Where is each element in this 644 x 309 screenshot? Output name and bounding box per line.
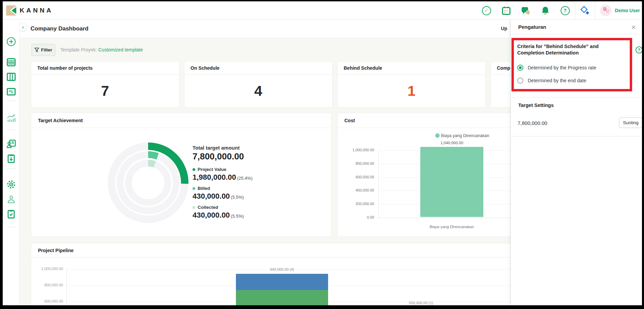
sidebar-divider bbox=[6, 169, 16, 169]
project-value-pct: (25.4%) bbox=[237, 176, 253, 181]
radio-button-icon bbox=[517, 78, 523, 84]
stat-card-completed-clipped: Compl bbox=[490, 61, 510, 108]
stat-card-title: Behind Schedule bbox=[338, 62, 485, 75]
question-glyph: ? bbox=[561, 6, 570, 15]
main-content: Company Dashboard Up › Filter Template P… bbox=[20, 20, 510, 305]
project-list-icon[interactable] bbox=[3, 56, 20, 69]
stat-card-title: Compl bbox=[491, 62, 510, 75]
target-stats: Total target amount 7,800,000.00 Project… bbox=[193, 145, 328, 221]
target-donut-chart bbox=[107, 142, 189, 223]
pipeline-bar2-value-label: 500,000.00 (1) bbox=[387, 301, 455, 305]
brand-name: KANNA bbox=[20, 7, 53, 14]
filter-button-label: Filter bbox=[41, 47, 52, 52]
app-window: KANNA ✓ bbox=[3, 1, 642, 305]
worker-report-icon[interactable] bbox=[3, 137, 20, 150]
panel-title: Pengaturan bbox=[511, 20, 642, 35]
card-title: Target Achievement bbox=[31, 113, 331, 128]
add-circle-icon[interactable] bbox=[3, 35, 20, 48]
clipboard-import-icon[interactable] bbox=[3, 152, 20, 165]
panel-divider bbox=[511, 136, 642, 136]
project-value-amount: 1,980,000.00(25.4%) bbox=[193, 173, 328, 183]
sidebar-divider bbox=[6, 227, 16, 227]
calendar-icon[interactable] bbox=[496, 1, 516, 20]
pipeline-bar-value-label: 940,000.00 (4) bbox=[236, 267, 328, 271]
stat-card-title: Total number of projects bbox=[31, 62, 179, 75]
notification-bell-icon[interactable] bbox=[536, 1, 555, 20]
sidebar-divider bbox=[6, 130, 16, 130]
filter-button[interactable]: Filter bbox=[32, 44, 55, 56]
stat-card-value: 4 bbox=[184, 75, 332, 107]
collected-pct: (5.5%) bbox=[231, 214, 244, 219]
y-axis-tick: 600,000.00 bbox=[338, 175, 374, 179]
y-axis-line bbox=[66, 269, 67, 305]
y-axis-line bbox=[378, 150, 379, 218]
stat-card-value: 1 bbox=[338, 75, 485, 107]
target-achievement-card: Target Achievement Total target amount 7… bbox=[31, 113, 331, 237]
pipeline-bar bbox=[236, 274, 328, 305]
cost-card: Cost Biaya yang Direncanakan 1,000,000.0… bbox=[337, 113, 510, 237]
kanban-board-icon[interactable] bbox=[3, 70, 20, 83]
user-name[interactable]: Demo User bbox=[615, 8, 640, 13]
cost-legend: Biaya yang Direncanakan bbox=[338, 133, 510, 138]
card-title: Cost bbox=[338, 113, 510, 128]
panel-divider bbox=[511, 97, 642, 97]
y-axis-tick: 800,000.00 bbox=[338, 161, 374, 165]
billed-pct: (5.5%) bbox=[231, 195, 244, 200]
radio-progress-rate[interactable]: Determined by the Progress rate bbox=[517, 65, 596, 71]
cost-x-category-label: Biaya yang Direncanakan bbox=[403, 225, 500, 229]
note-card-icon[interactable] bbox=[3, 85, 20, 98]
annotation-highlight-box: Criteria for ”Behind Schedule” and Compl… bbox=[511, 38, 632, 91]
total-target-value: 7,800,000.00 bbox=[193, 151, 328, 162]
settings-gear-icon[interactable] bbox=[3, 178, 20, 191]
sidebar-divider bbox=[6, 101, 16, 101]
chat-icon[interactable] bbox=[516, 1, 536, 20]
stat-card-value: 7 bbox=[31, 75, 179, 107]
ai-sparkle-icon[interactable] bbox=[575, 1, 595, 20]
kanna-logo-icon bbox=[6, 5, 16, 16]
user-avatar[interactable]: D U bbox=[600, 5, 611, 16]
cost-legend-dot-1 bbox=[435, 133, 440, 138]
close-icon[interactable]: ✕ bbox=[630, 24, 637, 31]
top-bar: KANNA ✓ bbox=[3, 1, 642, 20]
legend-item-billed: Billed bbox=[193, 185, 328, 192]
template-project-value[interactable]: Customized template bbox=[98, 47, 143, 52]
y-axis-tick: 1,000,000.00 bbox=[338, 148, 374, 152]
y-axis-tick: 400,000.00 bbox=[338, 188, 374, 192]
radio-button-icon bbox=[517, 65, 523, 71]
analytics-chart-icon[interactable] bbox=[3, 112, 20, 125]
target-settings-value: 7,800,000.00 bbox=[518, 120, 547, 126]
legend-dot bbox=[193, 168, 195, 171]
radio-label: Determined by the end date bbox=[528, 78, 586, 83]
target-settings-heading: Target Settings bbox=[518, 103, 554, 108]
y-axis-tick: 800,000.00 bbox=[33, 283, 63, 287]
clipboard-check-icon[interactable] bbox=[3, 208, 20, 221]
check-circle-icon[interactable]: ✓ bbox=[477, 1, 496, 20]
cost-legend-label-1: Biaya yang Direncanakan bbox=[441, 133, 489, 138]
y-axis-tick: 600,000.00 bbox=[33, 299, 63, 303]
radio-end-date[interactable]: Determined by the end date bbox=[517, 78, 586, 84]
x-axis-line bbox=[378, 218, 510, 218]
legend-item-collected: Collected bbox=[193, 204, 328, 211]
brand-logo[interactable]: KANNA bbox=[6, 5, 53, 16]
user-icon[interactable] bbox=[3, 193, 20, 206]
settings-panel: Pengaturan ✕ Criteria for ”Behind Schedu… bbox=[510, 20, 642, 305]
page-header: Company Dashboard Up bbox=[20, 20, 510, 38]
project-pipeline-card: Project Pipeline 1,000,000.00 800,000.00… bbox=[31, 243, 510, 305]
edit-target-button[interactable]: Sunting bbox=[619, 117, 642, 128]
help-icon[interactable]: ? bbox=[555, 1, 575, 20]
legend-label: Project Value bbox=[198, 167, 226, 173]
billed-amount: 430,000.00(5.5%) bbox=[193, 192, 328, 202]
avatar-initial: U bbox=[606, 9, 609, 13]
cost-bar bbox=[420, 147, 483, 217]
legend-label: Billed bbox=[198, 185, 210, 192]
collected-amount: 430,000.00(5.5%) bbox=[193, 211, 328, 221]
page-title: Company Dashboard bbox=[31, 25, 88, 32]
total-target-label: Total target amount bbox=[193, 145, 328, 151]
template-project-label: Template Proyek: bbox=[60, 47, 97, 52]
criteria-help-icon[interactable]: ? bbox=[636, 46, 642, 53]
stat-card-behind-schedule: Behind Schedule 1 bbox=[337, 61, 486, 108]
update-link-clipped[interactable]: Up bbox=[501, 26, 507, 31]
legend-dot bbox=[193, 187, 195, 190]
stat-card-on-schedule: On Schedule 4 bbox=[184, 61, 333, 108]
legend-label: Collected bbox=[198, 204, 218, 211]
